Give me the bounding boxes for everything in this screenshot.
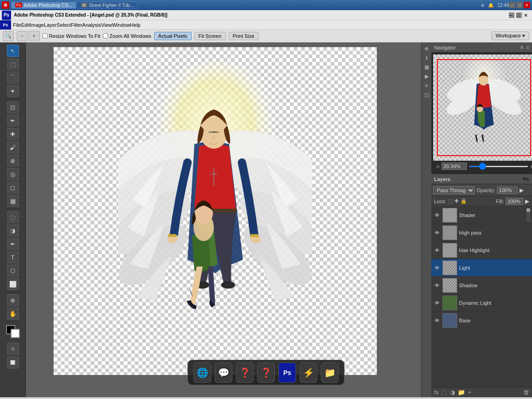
dock-item-bridge[interactable]: 🌐: [193, 363, 211, 383]
print-size-btn[interactable]: Print Size: [229, 32, 259, 40]
gradient-tool[interactable]: ▦: [7, 195, 19, 207]
layers-strip-icon[interactable]: ≡: [423, 81, 431, 90]
nav-icon[interactable]: ⊕: [423, 44, 431, 53]
layer-eye-highpass[interactable]: 👁: [433, 229, 441, 236]
text-tool[interactable]: T: [7, 251, 19, 263]
lock-all-icon[interactable]: 🔒: [460, 198, 467, 204]
layer-eye-dynamiclight[interactable]: 👁: [433, 299, 441, 307]
menu-help[interactable]: Help: [130, 22, 141, 28]
workspace-btn[interactable]: Workspace ▾: [491, 31, 529, 40]
layer-item-shadow[interactable]: 👁 Shadow: [431, 277, 532, 294]
tab-photoshop[interactable]: Ps Adobe Photoshop CS...: [11, 2, 76, 9]
layer-item-highpass[interactable]: 👁 High pass: [431, 224, 532, 242]
shape-tool[interactable]: ⬜: [7, 278, 19, 290]
zoom-value-input[interactable]: [441, 163, 467, 170]
lock-pixels-icon[interactable]: ⬚: [448, 198, 453, 204]
menu-edit[interactable]: Edit: [21, 22, 30, 28]
heal-tool[interactable]: ✚: [7, 128, 19, 140]
layers-list[interactable]: 👁 Shader 👁: [431, 206, 532, 387]
tab-streetfighter[interactable]: IE Street Fighter II Trib...: [77, 2, 138, 9]
close-button[interactable]: ✕: [524, 2, 530, 8]
layer-item-base[interactable]: 👁 Base: [431, 312, 532, 329]
hand-tool[interactable]: ✋: [7, 308, 19, 320]
fill-arrow[interactable]: ▶: [525, 198, 529, 205]
layer-mask-icon[interactable]: ⬚: [441, 389, 447, 396]
pen-tool[interactable]: ✒: [7, 238, 19, 250]
zoom-in-btn[interactable]: +: [29, 31, 40, 41]
marquee-tool[interactable]: ⬚: [7, 58, 19, 70]
minimize-button[interactable]: ─: [509, 2, 515, 8]
blend-mode-select[interactable]: Pass Through Normal Multiply Screen Over…: [433, 186, 475, 194]
dock-item-help2[interactable]: ❓: [257, 363, 275, 383]
menu-window[interactable]: Window: [112, 22, 130, 28]
eraser-tool[interactable]: ◻: [7, 181, 19, 193]
layers-scrollbar[interactable]: [526, 208, 530, 222]
hist-icon[interactable]: ▦: [423, 63, 431, 71]
brush-tool[interactable]: 🖌: [7, 141, 19, 153]
layer-eye-shader[interactable]: 👁: [433, 212, 441, 219]
act-icon[interactable]: ▶: [423, 72, 431, 80]
move-tool[interactable]: ↖: [7, 45, 19, 57]
tool-options-btn[interactable]: 🔍: [3, 31, 14, 41]
zoom-slider[interactable]: [469, 166, 528, 167]
menu-layer[interactable]: Layer: [44, 22, 57, 28]
zoom-out-btn[interactable]: −: [17, 31, 28, 41]
lock-move-icon[interactable]: ✚: [454, 198, 459, 204]
resize-windows-checkbox[interactable]: [42, 33, 48, 38]
dock-item-browser[interactable]: 💬: [215, 363, 232, 383]
eyedropper-tool[interactable]: ✒: [7, 115, 19, 127]
adjustment-layer-icon[interactable]: ◑: [450, 389, 455, 396]
clone-tool[interactable]: ⊕: [7, 155, 19, 167]
layer-eye-shadow[interactable]: 👁: [433, 282, 441, 289]
wand-tool[interactable]: ✦: [7, 85, 19, 97]
max-app-btn[interactable]: □: [516, 12, 522, 18]
layer-styles-icon[interactable]: fx: [434, 389, 439, 396]
opacity-input[interactable]: [497, 187, 518, 194]
layer-item-hairhighlight[interactable]: 👁 Hair Highlight: [431, 242, 532, 259]
resize-windows-label[interactable]: Resize Windows To Fit: [42, 33, 100, 39]
layer-item-light[interactable]: 👁 Light: [431, 259, 532, 277]
layer-eye-hairhighlight[interactable]: 👁: [433, 247, 441, 254]
layer-group-icon[interactable]: 📁: [458, 389, 465, 396]
history-tool[interactable]: ◎: [7, 168, 19, 180]
canvas-area[interactable]: [26, 42, 421, 397]
menu-view[interactable]: View: [101, 22, 112, 28]
info-icon[interactable]: ℹ: [423, 54, 431, 62]
layer-eye-light[interactable]: 👁: [433, 264, 441, 272]
actual-pixels-btn[interactable]: Actual Pixels: [154, 32, 192, 40]
background-color[interactable]: [11, 329, 20, 338]
opacity-arrow[interactable]: ▶: [520, 187, 524, 193]
zoom-tool[interactable]: ⊕: [7, 294, 19, 306]
dock-item-ps[interactable]: Ps: [278, 363, 296, 383]
dock-item-flash[interactable]: ⚡: [300, 363, 317, 383]
menu-file[interactable]: File: [13, 22, 21, 28]
blur-tool[interactable]: ◌: [7, 211, 19, 223]
delete-layer-icon[interactable]: 🗑: [523, 389, 529, 396]
dock-item-help1[interactable]: ❓: [236, 363, 254, 383]
navigator-menu-btn[interactable]: ≡: [526, 44, 529, 51]
dock-item-folder[interactable]: 📁: [321, 363, 339, 383]
screen-mode-btn[interactable]: ⬜: [7, 357, 19, 369]
quick-mask-btn[interactable]: ◎: [7, 343, 19, 355]
min-app-btn[interactable]: ─: [509, 12, 514, 18]
dodge-tool[interactable]: ◑: [7, 224, 19, 236]
close-app-btn[interactable]: ✕: [524, 12, 529, 18]
layers-menu-btn[interactable]: ≡: [526, 176, 529, 182]
menu-image[interactable]: Image: [30, 22, 44, 28]
layer-item-shader[interactable]: 👁 Shader: [431, 206, 532, 224]
zoom-all-label[interactable]: Zoom All Windows: [103, 33, 151, 39]
zoom-all-checkbox[interactable]: [103, 33, 108, 38]
path-tool[interactable]: ⬡: [7, 265, 19, 277]
maximize-button[interactable]: □: [516, 2, 523, 8]
navigator-thumbnail[interactable]: [433, 54, 532, 161]
menu-filter[interactable]: Filter: [71, 22, 82, 28]
crop-tool[interactable]: ⊡: [7, 101, 19, 113]
fit-screen-btn[interactable]: Fit Screen: [194, 32, 226, 40]
color-swatch[interactable]: [6, 325, 20, 338]
scroll-thumb-top[interactable]: [526, 208, 530, 212]
menu-analysis[interactable]: Analysis: [82, 22, 101, 28]
new-layer-icon[interactable]: +: [468, 389, 472, 396]
layers-close-btn[interactable]: ✕: [522, 176, 526, 182]
fill-input[interactable]: [506, 198, 523, 205]
chan-icon[interactable]: ◫: [423, 91, 431, 99]
